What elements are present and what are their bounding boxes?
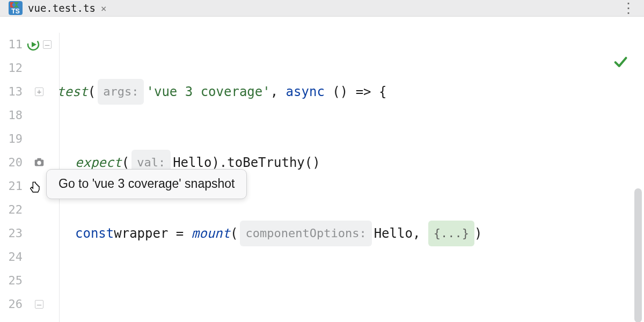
pointer-cursor-icon — [28, 181, 43, 200]
code-line: test(args:'vue 3 coverage', async () => … — [54, 80, 644, 104]
ide-window: TS vue.test.ts × ⋮ 11 12 13 18 19 20 21 … — [0, 0, 644, 322]
vertical-scrollbar[interactable] — [634, 188, 642, 322]
folded-region[interactable]: {...} — [428, 221, 474, 246]
line-number: 11 — [0, 33, 25, 56]
line-number: 13 — [0, 80, 25, 104]
line-number: 12 — [0, 56, 25, 80]
analysis-ok-icon[interactable] — [613, 54, 628, 71]
svg-rect-5 — [37, 158, 41, 160]
svg-marker-1 — [14, 2, 19, 8]
line-number: 25 — [0, 269, 25, 292]
fold-handle-icon[interactable] — [43, 40, 52, 49]
gutter-tooltip: Go to 'vue 3 coverage' snapshot — [46, 169, 247, 199]
fold-handle-icon[interactable] — [35, 300, 43, 309]
tab-vue-test[interactable]: TS vue.test.ts × — [0, 0, 115, 16]
typescript-file-icon: TS — [9, 1, 23, 15]
editor-tabbar: TS vue.test.ts × ⋮ — [0, 0, 644, 17]
tab-filename: vue.test.ts — [28, 2, 96, 14]
close-icon[interactable]: × — [101, 3, 107, 14]
line-number: 24 — [0, 245, 25, 269]
tooltip-text: Go to 'vue 3 coverage' snapshot — [58, 177, 235, 191]
line-number-gutter: 11 12 13 18 19 20 21 22 23 24 25 26 — [0, 17, 25, 322]
line-number: 21 — [0, 174, 25, 198]
inlay-hint: args: — [98, 79, 144, 105]
run-flag-icon — [10, 2, 19, 8]
run-test-icon[interactable] — [27, 38, 40, 51]
editor-area[interactable]: 11 12 13 18 19 20 21 22 23 24 25 26 — [0, 17, 644, 322]
code-line: const wrapper = mount(componentOptions:H… — [54, 222, 644, 245]
snapshot-gutter-icon[interactable] — [33, 157, 45, 169]
inlay-hint: componentOptions: — [240, 221, 371, 246]
line-number: 26 — [0, 292, 25, 316]
line-number: 23 — [0, 222, 25, 245]
svg-point-6 — [37, 161, 41, 165]
svg-marker-3 — [32, 42, 36, 47]
line-number: 19 — [0, 127, 25, 151]
svg-marker-0 — [10, 2, 14, 8]
line-number: 22 — [0, 198, 25, 222]
code-line-blank — [54, 292, 644, 316]
more-menu-icon[interactable]: ⋮ — [621, 0, 636, 16]
line-number: 18 — [0, 104, 25, 127]
line-number: 20 — [0, 151, 25, 174]
fold-expand-icon[interactable] — [35, 87, 43, 96]
